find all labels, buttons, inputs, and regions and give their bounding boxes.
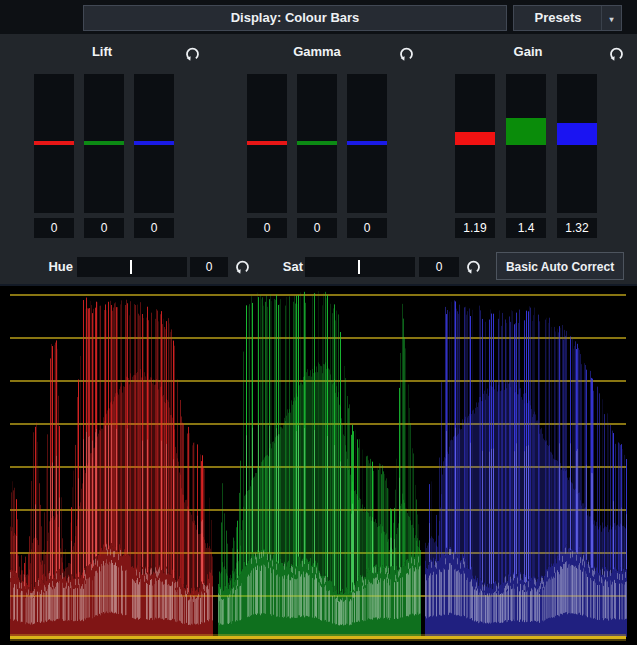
gain-green-value: 1.4 [506, 218, 546, 238]
hue-reset-icon[interactable] [234, 258, 251, 275]
sat-value: 0 [419, 257, 459, 277]
gain-section-label: Gain [502, 44, 554, 60]
gain-red-slider[interactable] [455, 74, 495, 213]
display-mode-button[interactable]: Display: Colour Bars [83, 5, 507, 31]
gamma-blue-value: 0 [347, 218, 387, 238]
hue-slider[interactable] [77, 257, 187, 277]
controls-panel: Display: Colour Bars Presets ▾ Lift Gamm… [0, 0, 637, 284]
presets-button[interactable]: Presets ▾ [513, 5, 622, 31]
lift-green-slider[interactable] [84, 74, 124, 213]
sat-slider[interactable] [305, 257, 415, 277]
rgb-parade-waveform-scope [0, 284, 637, 645]
gamma-reset-icon[interactable] [398, 45, 415, 62]
lift-blue-slider[interactable] [134, 74, 174, 213]
gain-green-handle[interactable] [506, 118, 546, 145]
sat-reset-icon[interactable] [465, 258, 482, 275]
sat-slider-tick [358, 260, 360, 274]
gamma-red-value: 0 [247, 218, 287, 238]
gamma-section-label: Gamma [290, 44, 344, 60]
gain-green-slider[interactable] [506, 74, 546, 213]
lift-section-label: Lift [80, 44, 124, 60]
lift-blue-handle[interactable] [134, 141, 174, 145]
sat-label: Sat [272, 259, 303, 274]
gain-blue-slider[interactable] [557, 74, 597, 213]
gamma-green-handle[interactable] [297, 141, 337, 145]
lift-blue-value: 0 [134, 218, 174, 238]
gain-reset-icon[interactable] [608, 45, 625, 62]
gain-red-value: 1.19 [455, 218, 495, 238]
gain-blue-value: 1.32 [557, 218, 597, 238]
hue-label: Hue [40, 259, 73, 274]
gain-blue-handle[interactable] [557, 123, 597, 145]
presets-label: Presets [514, 6, 602, 30]
gamma-red-slider[interactable] [247, 74, 287, 213]
lift-red-value: 0 [34, 218, 74, 238]
gamma-green-value: 0 [297, 218, 337, 238]
hue-value: 0 [190, 257, 228, 277]
chevron-down-icon: ▾ [609, 15, 613, 24]
lift-green-handle[interactable] [84, 141, 124, 145]
lift-reset-icon[interactable] [184, 45, 201, 62]
gamma-red-handle[interactable] [247, 141, 287, 145]
gain-red-handle[interactable] [455, 132, 495, 145]
lift-red-slider[interactable] [34, 74, 74, 213]
lift-green-value: 0 [84, 218, 124, 238]
lift-red-handle[interactable] [34, 141, 74, 145]
hue-slider-tick [130, 260, 132, 274]
presets-dropdown-button[interactable]: ▾ [601, 6, 621, 30]
gamma-blue-handle[interactable] [347, 141, 387, 145]
gamma-green-slider[interactable] [297, 74, 337, 213]
basic-auto-correct-button[interactable]: Basic Auto Correct [496, 252, 624, 280]
colour-correct-panel: Display: Colour Bars Presets ▾ Lift Gamm… [0, 0, 637, 645]
gamma-blue-slider[interactable] [347, 74, 387, 213]
